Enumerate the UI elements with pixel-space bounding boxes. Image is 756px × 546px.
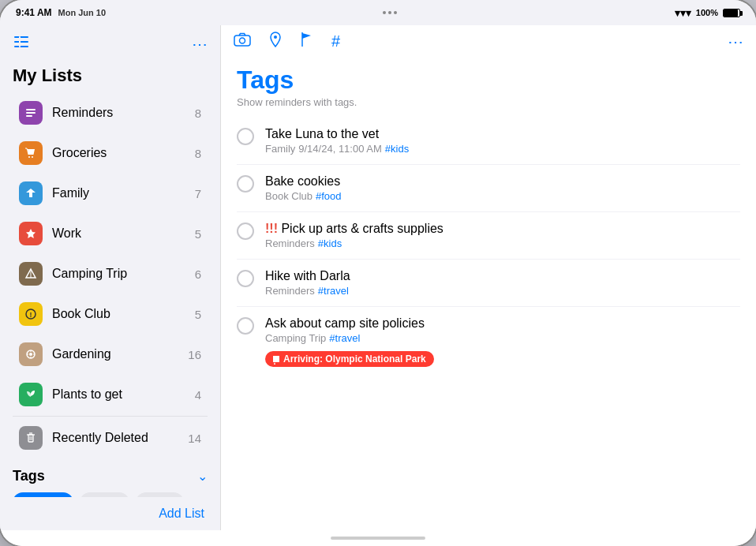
sidebar-scroll: My Lists Reminders 8 — [0, 62, 220, 497]
home-indicator-bar — [0, 530, 756, 546]
reminder-meta-r5: Camping Trip #travel — [265, 332, 740, 344]
reminder-meta-r4: Reminders #travel — [265, 285, 740, 297]
reminder-checkbox-r2[interactable] — [237, 175, 254, 193]
reminder-title-r3: !!! Pick up arts & crafts supplies — [265, 222, 740, 236]
status-right: ▾▾▾ 100% — [675, 7, 740, 19]
reminder-meta-r1: Family 9/14/24, 11:00 AM #kids — [265, 143, 740, 155]
camping-label: Camping Trip — [52, 267, 189, 281]
groceries-label: Groceries — [52, 146, 189, 160]
reminder-body-r1: Take Luna to the vet Family 9/14/24, 11:… — [265, 127, 740, 155]
reminder-date-r1: 9/14/24, 11:00 AM — [298, 143, 382, 155]
work-icon — [19, 222, 43, 245]
list-item-deleted[interactable]: Recently Deleted 14 — [6, 418, 214, 458]
reminder-checkbox-r3[interactable] — [237, 223, 254, 240]
list-item-camping[interactable]: Camping Trip 6 — [6, 254, 214, 294]
reminder-item: Hike with Darla Reminders #travel — [237, 260, 740, 307]
gardening-label: Gardening — [52, 347, 182, 361]
list-item-bookclub[interactable]: ! Book Club 5 — [6, 294, 214, 334]
flag-icon[interactable] — [300, 32, 314, 51]
svg-point-27 — [274, 36, 277, 39]
main-panel: # ⋯ Tags Show reminders with tags. Take … — [221, 25, 756, 530]
reminder-tag-r4: #travel — [318, 285, 349, 297]
groceries-icon — [19, 141, 43, 165]
svg-point-26 — [240, 38, 245, 43]
my-lists-title: My Lists — [0, 62, 220, 92]
svg-rect-2 — [14, 46, 28, 47]
reminder-list-r2: Book Club — [265, 190, 313, 202]
plants-icon — [19, 383, 43, 406]
priority-indicator: !!! — [265, 222, 278, 235]
toolbar-icons: # — [234, 32, 340, 51]
reminders-count: 8 — [195, 107, 201, 120]
collapse-icon[interactable] — [13, 33, 30, 54]
tags-section: Tags ⌄ All Tags #food #kids #travel — [0, 458, 220, 497]
add-list-button[interactable]: Add List — [159, 507, 204, 521]
svg-rect-3 — [19, 36, 21, 47]
reminder-tag-r3: #kids — [318, 237, 342, 249]
svg-point-15 — [29, 353, 32, 356]
reminder-tag-r1: #kids — [385, 143, 409, 155]
sidebar-separator — [13, 416, 208, 417]
plants-label: Plants to get — [52, 387, 189, 402]
status-date: Mon Jun 10 — [58, 8, 107, 17]
plants-count: 4 — [195, 388, 201, 402]
reminder-tag-r5: #travel — [329, 332, 360, 344]
sidebar: ⋯ My Lists Reminders 8 — [0, 25, 221, 530]
list-item-plants[interactable]: Plants to get 4 — [6, 375, 214, 414]
list-item-work[interactable]: Work 5 — [6, 214, 214, 253]
svg-rect-20 — [28, 435, 33, 442]
toolbar-more-button[interactable]: ⋯ — [728, 32, 743, 51]
reminder-title-r4: Hike with Darla — [265, 269, 740, 283]
sidebar-more-icon[interactable]: ⋯ — [192, 35, 208, 54]
reminder-title-r1: Take Luna to the vet — [265, 127, 740, 141]
tags-subtitle: Show reminders with tags. — [237, 96, 740, 118]
alert-badge-r5: ! Arriving: Olympic National Park — [265, 351, 434, 367]
deleted-count: 14 — [188, 432, 201, 445]
groceries-count: 8 — [195, 147, 201, 160]
reminder-body-r5: Ask about camp site policies Camping Tri… — [265, 316, 740, 368]
tags-main: Tags Show reminders with tags. Take Luna… — [221, 58, 756, 530]
list-item-groceries[interactable]: Groceries 8 — [6, 133, 214, 173]
reminder-item: Ask about camp site policies Camping Tri… — [237, 307, 740, 377]
svg-point-8 — [32, 156, 33, 158]
svg-rect-6 — [26, 115, 32, 117]
reminders-label: Reminders — [52, 106, 189, 120]
status-center-dots — [383, 11, 397, 14]
reminders-icon — [19, 101, 43, 125]
alert-label: Arriving: Olympic National Park — [283, 353, 426, 365]
sidebar-header: ⋯ — [0, 25, 220, 62]
tags-section-title: Tags — [13, 468, 45, 484]
svg-point-7 — [28, 156, 30, 158]
main-content: ⋯ My Lists Reminders 8 — [0, 25, 756, 530]
ipad-frame: 9:41 AM Mon Jun 10 ▾▾▾ 100% — [0, 0, 756, 546]
bookclub-icon: ! — [19, 302, 43, 326]
reminder-meta-r3: Reminders #kids — [265, 237, 740, 249]
reminder-item: Take Luna to the vet Family 9/14/24, 11:… — [237, 118, 740, 165]
list-item-family[interactable]: Family 7 — [6, 174, 214, 213]
reminder-meta-r2: Book Club #food — [265, 190, 740, 202]
status-time: 9:41 AM — [16, 7, 52, 18]
reminder-checkbox-r5[interactable] — [237, 317, 254, 335]
list-item-gardening[interactable]: Gardening 16 — [6, 335, 214, 374]
family-count: 7 — [195, 187, 201, 200]
list-item-reminders[interactable]: Reminders 8 — [6, 93, 214, 133]
svg-rect-25 — [234, 36, 250, 46]
reminder-checkbox-r1[interactable] — [237, 128, 254, 145]
reminder-title-r5: Ask about camp site policies — [265, 316, 740, 331]
reminder-checkbox-r4[interactable] — [237, 270, 254, 287]
add-list-row: Add List — [0, 497, 220, 530]
camera-icon[interactable] — [234, 32, 251, 50]
reminder-body-r4: Hike with Darla Reminders #travel — [265, 269, 740, 297]
gardening-icon — [19, 342, 43, 366]
location-icon[interactable] — [268, 32, 283, 51]
reminder-tag-r2: #food — [316, 190, 342, 202]
hashtag-icon[interactable]: # — [331, 32, 340, 50]
svg-text:!: ! — [30, 311, 32, 319]
reminder-item: !!! Pick up arts & crafts supplies Remin… — [237, 212, 740, 260]
gardening-count: 16 — [188, 348, 201, 361]
reminder-list-r1: Family — [265, 143, 295, 155]
camping-icon — [19, 262, 43, 286]
reminder-list-r5: Camping Trip — [265, 332, 326, 344]
work-count: 5 — [195, 227, 201, 241]
family-icon — [19, 181, 43, 205]
